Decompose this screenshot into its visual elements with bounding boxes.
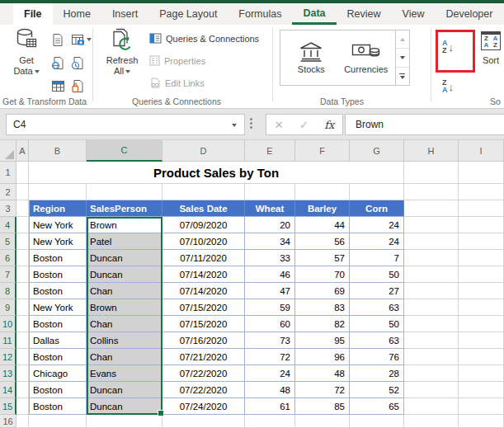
cell-F8[interactable]: 69 [295, 283, 350, 299]
properties-button[interactable]: Properties [149, 55, 205, 66]
cell-C9[interactable]: Brown [87, 299, 163, 316]
cell-F7[interactable]: 70 [295, 266, 350, 283]
cell-I3[interactable] [459, 200, 504, 217]
cell-D7[interactable]: 07/14/2020 [163, 266, 245, 283]
cell-C7[interactable]: Duncan [87, 266, 163, 283]
sort-descending-button[interactable]: ZA ↓ [442, 76, 470, 97]
col-header-A[interactable]: A [16, 140, 29, 162]
cell-C3[interactable]: SalesPerson [87, 200, 163, 217]
cell-C5[interactable]: Patel [87, 233, 163, 250]
col-header-F[interactable]: F [295, 140, 350, 162]
row-header-11[interactable]: 11 [0, 332, 16, 349]
cell-D13[interactable]: 07/22/2020 [163, 365, 245, 382]
cell-H2[interactable] [404, 184, 459, 200]
cell-D2[interactable] [163, 184, 245, 200]
row-header-8[interactable]: 8 [0, 283, 16, 299]
cell-A12[interactable] [16, 349, 29, 365]
cell-E9[interactable]: 59 [245, 299, 295, 316]
tab-review[interactable]: Review [337, 3, 392, 25]
gallery-scroll-down-button[interactable] [396, 49, 409, 67]
cell-I9[interactable] [459, 299, 504, 316]
col-header-B[interactable]: B [29, 140, 87, 162]
cell-G3[interactable]: Corn [350, 200, 404, 217]
cell-B9[interactable]: New York [29, 299, 87, 316]
cell-E14[interactable]: 48 [245, 382, 295, 398]
sort-button[interactable]: ZA AZ Sort [477, 31, 504, 97]
cell-B5[interactable]: New York [29, 233, 87, 250]
cell-G10[interactable]: 50 [350, 316, 404, 332]
cell-C13[interactable]: Evans [87, 365, 163, 382]
cell-I11[interactable] [459, 332, 504, 349]
cell-H7[interactable] [404, 266, 459, 283]
cell-A2[interactable] [16, 184, 29, 200]
cell-I10[interactable] [459, 316, 504, 332]
cell-F9[interactable]: 83 [295, 299, 350, 316]
cell-H1[interactable] [404, 162, 459, 184]
cell-G11[interactable]: 63 [350, 332, 404, 349]
cell-B13[interactable]: Chicago [29, 365, 87, 382]
cell-B4[interactable]: New York [29, 217, 87, 233]
cell-C8[interactable]: Chan [87, 283, 163, 299]
cell-F5[interactable]: 56 [295, 233, 350, 250]
cell-I2[interactable] [459, 184, 504, 200]
tab-file[interactable]: File [13, 3, 53, 25]
cell-E12[interactable]: 72 [245, 349, 295, 365]
cell-G13[interactable]: 28 [350, 365, 404, 382]
cell-B6[interactable]: Boston [29, 250, 87, 266]
cell-A10[interactable] [16, 316, 29, 332]
cell-G6[interactable]: 7 [350, 250, 404, 266]
cell-A6[interactable] [16, 250, 29, 266]
cell-D6[interactable]: 07/11/2020 [163, 250, 245, 266]
row-header-3[interactable]: 3 [0, 200, 16, 217]
formula-bar-drag-handle[interactable] [250, 116, 253, 133]
cell-D9[interactable]: 07/15/2020 [163, 299, 245, 316]
cell-F15[interactable]: 85 [295, 398, 350, 415]
cell-G4[interactable]: 24 [350, 217, 404, 233]
cell-E13[interactable]: 24 [245, 365, 295, 382]
cell-H13[interactable] [404, 365, 459, 382]
cell-A14[interactable] [16, 382, 29, 398]
cell-D8[interactable]: 07/14/2020 [163, 283, 245, 299]
cell-H8[interactable] [404, 283, 459, 299]
cell-G2[interactable] [350, 184, 404, 200]
row-header-12[interactable]: 12 [0, 349, 16, 365]
cell-B10[interactable]: Boston [29, 316, 87, 332]
cell-A1[interactable] [16, 162, 29, 184]
cell-A15[interactable] [16, 398, 29, 415]
cell-E10[interactable]: 60 [245, 316, 295, 332]
cancel-icon[interactable]: ✕ [275, 119, 284, 131]
cell-G9[interactable]: 63 [350, 299, 404, 316]
cell-D16[interactable] [163, 415, 245, 428]
cell-C2[interactable] [87, 184, 163, 200]
cell-F10[interactable]: 82 [295, 316, 350, 332]
cell-E11[interactable]: 73 [245, 332, 295, 349]
sheet-title-cell[interactable]: Product Sales by Ton [29, 162, 404, 184]
tab-insert[interactable]: Insert [101, 3, 148, 25]
refresh-all-button[interactable]: Refresh All [100, 28, 144, 102]
cell-A5[interactable] [16, 233, 29, 250]
cell-G5[interactable]: 24 [350, 233, 404, 250]
cell-E6[interactable]: 33 [245, 250, 295, 266]
row-header-14[interactable]: 14 [0, 382, 16, 398]
cell-I12[interactable] [459, 349, 504, 365]
cell-B14[interactable]: Boston [29, 382, 87, 398]
cell-A4[interactable] [16, 217, 29, 233]
select-all-button[interactable] [0, 140, 16, 162]
cell-B15[interactable]: Boston [29, 398, 87, 415]
cell-E16[interactable] [245, 415, 295, 428]
cell-F6[interactable]: 57 [295, 250, 350, 266]
row-header-4[interactable]: 4 [0, 217, 16, 233]
cell-H10[interactable] [404, 316, 459, 332]
cell-H14[interactable] [404, 382, 459, 398]
row-header-1[interactable]: 1 [0, 162, 16, 184]
cell-G7[interactable]: 50 [350, 266, 404, 283]
tab-formulas[interactable]: Formulas [228, 3, 292, 25]
cell-C14[interactable]: Duncan [87, 382, 163, 398]
cell-F13[interactable]: 48 [295, 365, 350, 382]
tab-view[interactable]: View [392, 3, 436, 25]
cell-I6[interactable] [459, 250, 504, 266]
cell-B11[interactable]: Dallas [29, 332, 87, 349]
gallery-more-button[interactable] [396, 68, 409, 85]
tab-data[interactable]: Data [292, 3, 336, 25]
cell-I5[interactable] [459, 233, 504, 250]
